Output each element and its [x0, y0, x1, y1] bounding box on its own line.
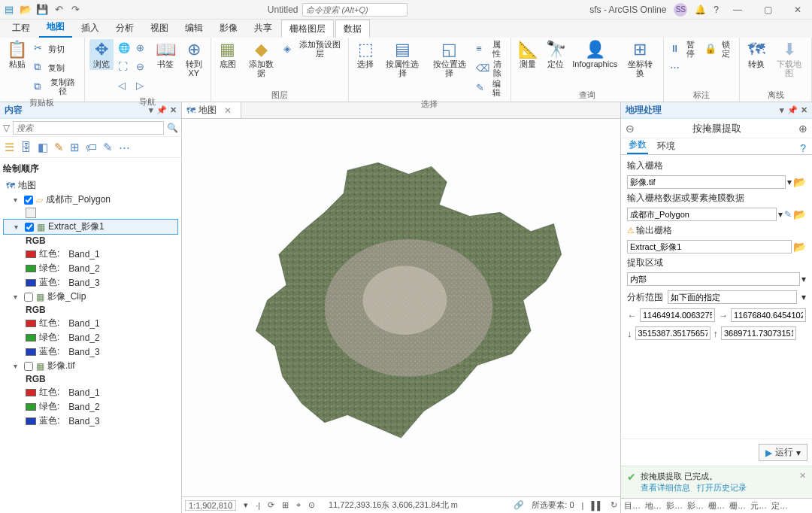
close-tab-icon[interactable]: ✕	[224, 105, 232, 116]
tab-analysis[interactable]: 分析	[108, 19, 141, 38]
rotation-icon[interactable]: ⟳	[268, 500, 274, 510]
list-selection-icon[interactable]: ◧	[38, 141, 48, 154]
extent-top[interactable]	[721, 326, 796, 340]
basemap-button[interactable]: ▦ 底图	[216, 39, 240, 70]
save-icon[interactable]: 💾	[36, 4, 48, 16]
back-icon[interactable]: ⊝	[626, 123, 635, 135]
tab-view[interactable]: 视图	[143, 19, 176, 38]
param-input-extract-area[interactable]	[627, 272, 800, 286]
undo-icon[interactable]: ↶	[53, 4, 65, 16]
copy-path-button[interactable]: ⧉复制路径	[32, 77, 80, 96]
close-message-icon[interactable]: ✕	[799, 471, 806, 481]
new-project-icon[interactable]: ▤	[3, 4, 15, 16]
add-tool-icon[interactable]: ⊕	[798, 123, 807, 135]
zoom-sel-button[interactable]: ⛶	[117, 58, 132, 76]
bottom-tab[interactable]: 影…	[687, 500, 704, 511]
edit-button[interactable]: ✎编辑	[474, 78, 505, 97]
bookmarks-button[interactable]: 📖 书签	[153, 39, 179, 70]
notifications-icon[interactable]: 🔔	[695, 5, 706, 15]
browse-icon[interactable]: 📂	[793, 176, 806, 188]
bottom-tab[interactable]: 栅…	[729, 500, 746, 511]
tab-edit[interactable]: 编辑	[177, 19, 211, 38]
close-button[interactable]: ✕	[786, 5, 809, 15]
dropdown-icon[interactable]: ▾	[787, 177, 792, 187]
copy-button[interactable]: ⧉复制	[32, 58, 80, 76]
tab-map[interactable]: 地图	[39, 17, 72, 38]
convert-button[interactable]: 🗺转换	[744, 39, 768, 70]
map-view[interactable]	[182, 119, 620, 496]
tab-share[interactable]: 共享	[247, 19, 280, 38]
dropdown-icon[interactable]: ▾	[801, 274, 806, 284]
bottom-tab[interactable]: 目…	[624, 500, 641, 511]
tab-insert[interactable]: 插入	[74, 19, 107, 38]
tab-raster-layer[interactable]: 栅格图层	[281, 20, 334, 38]
link-icon[interactable]: 🔗	[514, 500, 524, 510]
locate-button[interactable]: 🔭定位	[544, 39, 568, 70]
goto-xy-button[interactable]: ⊕ 转到 XY	[182, 39, 206, 79]
fixed-zoom-in-button[interactable]: ⊕	[135, 39, 150, 57]
pause-draw-icon[interactable]: ▌▌	[591, 501, 603, 510]
redo-icon[interactable]: ↷	[69, 4, 81, 16]
pause-labels-button[interactable]: ⏸暂停	[668, 39, 700, 58]
explore-button[interactable]: ✥ 浏览	[89, 39, 114, 70]
bottom-tab[interactable]: 栅…	[708, 500, 725, 511]
list-drawing-order-icon[interactable]: ☰	[5, 141, 14, 154]
prev-extent-button[interactable]: ◁	[117, 77, 132, 95]
param-input-extent-mode[interactable]	[668, 290, 797, 304]
expander-icon[interactable]: ▾	[14, 223, 22, 231]
autohide-icon[interactable]: ▾	[780, 105, 784, 115]
tab-parameters[interactable]: 参数	[627, 137, 648, 154]
clear-button[interactable]: ⌫清除	[474, 59, 505, 77]
cut-button[interactable]: ✂剪切	[32, 39, 80, 57]
more-icon[interactable]: ⋯	[119, 141, 130, 154]
next-extent-button[interactable]: ▷	[135, 77, 150, 95]
dropdown-icon[interactable]: ▾	[796, 448, 801, 458]
add-preset-button[interactable]: ◈添加预设图层	[282, 39, 344, 58]
more-labeling-button[interactable]: ⋯	[668, 59, 700, 77]
search-icon[interactable]: 🔍	[167, 123, 178, 133]
tab-project[interactable]: 工程	[5, 19, 38, 38]
layer-symbol[interactable]	[3, 207, 178, 219]
tab-environments[interactable]: 环境	[656, 138, 677, 154]
toc-layer[interactable]: ▾ ▦ 影像_Clip	[3, 290, 178, 304]
select-by-attr-button[interactable]: ▤按属性选择	[380, 39, 425, 79]
paste-button[interactable]: 📋 粘贴	[5, 39, 29, 70]
toc-layer[interactable]: ▾ ▱ 成都市_Polygon	[3, 193, 178, 207]
avatar[interactable]: SS	[674, 3, 687, 17]
details-link[interactable]: 查看详细信息	[641, 483, 690, 492]
help-icon[interactable]: ?	[800, 142, 806, 154]
fixed-zoom-out-button[interactable]: ⊖	[135, 58, 150, 76]
pin-icon[interactable]: 📌	[787, 105, 798, 115]
browse-icon[interactable]: 📂	[793, 208, 806, 220]
param-input-output-raster[interactable]	[627, 240, 792, 253]
layer-checkbox[interactable]	[24, 362, 33, 371]
bottom-tab[interactable]: 定…	[771, 500, 788, 511]
list-editing-icon[interactable]: ✎	[54, 141, 64, 154]
bottom-tab[interactable]: 影…	[666, 500, 683, 511]
refresh-icon[interactable]: ↻	[611, 500, 617, 510]
properties-button[interactable]: ≡属性	[474, 39, 505, 58]
layer-checkbox[interactable]	[25, 223, 34, 232]
browse-icon[interactable]: 📂	[793, 241, 806, 253]
scale-readout[interactable]: 1:1,902,810	[185, 500, 236, 511]
expander-icon[interactable]: ▾	[14, 293, 21, 301]
coord-convert-button[interactable]: ⊞坐标转换	[622, 39, 659, 79]
tab-data[interactable]: 数据	[335, 20, 370, 38]
dropdown-icon[interactable]: ▾	[778, 209, 783, 220]
minimize-button[interactable]: —	[726, 5, 749, 15]
content-search-input[interactable]	[13, 121, 164, 135]
list-source-icon[interactable]: 🗄	[20, 141, 32, 153]
layer-checkbox[interactable]	[24, 293, 33, 302]
close-pane-icon[interactable]: ✕	[801, 105, 807, 115]
draw-icon[interactable]: ✎	[784, 209, 792, 220]
list-labeling-icon[interactable]: 🏷	[86, 141, 97, 153]
bottom-tab[interactable]: 元…	[750, 500, 767, 511]
expander-icon[interactable]: ▾	[14, 362, 21, 370]
extent-left[interactable]	[640, 308, 715, 322]
list-snapping-icon[interactable]: ⊞	[70, 141, 80, 154]
extent-right[interactable]	[731, 308, 806, 322]
run-button[interactable]: ▶ 运行 ▾	[759, 444, 807, 461]
history-link[interactable]: 打开历史记录	[697, 483, 747, 492]
lock-labels-button[interactable]: 🔒锁定	[703, 39, 735, 58]
maximize-button[interactable]: ▢	[756, 5, 779, 15]
